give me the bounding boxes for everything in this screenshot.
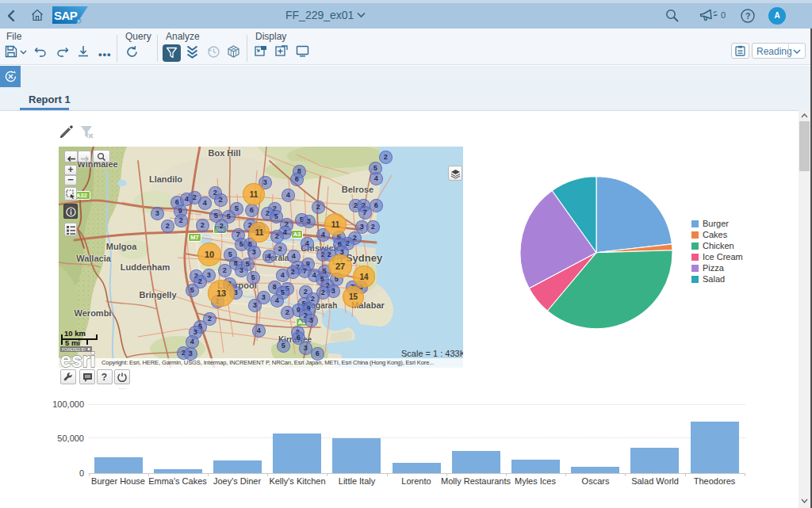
- svg-text:Scale = 1 : 433K: Scale = 1 : 433K: [401, 349, 463, 358]
- svg-text:esri: esri: [60, 349, 95, 368]
- svg-text:?: ?: [745, 11, 750, 21]
- svg-text:SAP: SAP: [54, 9, 78, 22]
- svg-text:R: R: [78, 19, 81, 24]
